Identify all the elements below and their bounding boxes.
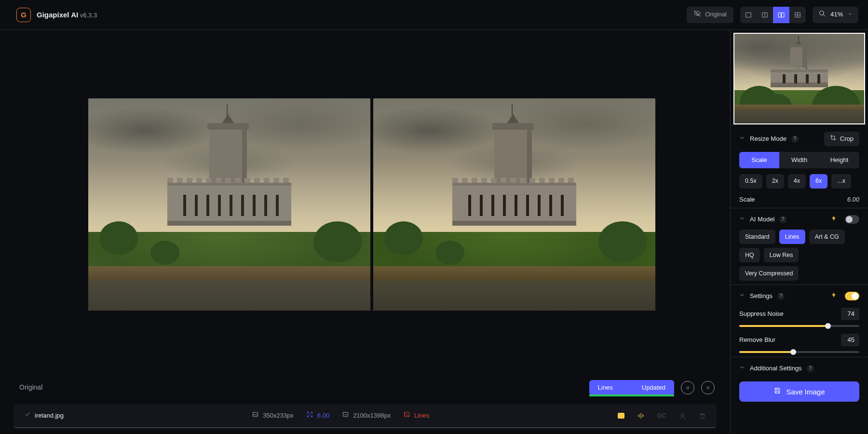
ai-auto-toggle[interactable] bbox=[845, 215, 859, 224]
chevron-down-icon[interactable] bbox=[739, 364, 745, 373]
model-artcg-button[interactable]: Art & CG bbox=[809, 230, 845, 244]
help-icon[interactable]: ? bbox=[807, 365, 814, 372]
section-resize-title: Resize Mode bbox=[750, 135, 787, 143]
mode-width-button[interactable]: Width bbox=[779, 152, 819, 168]
svg-point-9 bbox=[708, 387, 709, 387]
scale-readout: 6.00 bbox=[847, 195, 859, 204]
label-original: Original bbox=[19, 383, 42, 393]
scale-0-5x-button[interactable]: 0.5x bbox=[739, 174, 762, 189]
sidebar: Resize Mode ? Crop Scale Width Height 0.… bbox=[730, 30, 868, 434]
save-icon bbox=[773, 387, 781, 397]
view-side-by-side-button[interactable] bbox=[773, 7, 789, 23]
help-icon[interactable]: ? bbox=[779, 216, 787, 223]
app-logo: G bbox=[16, 8, 31, 22]
app-version: v6.3.3 bbox=[80, 12, 97, 19]
color-swatch-icon bbox=[618, 413, 624, 419]
slider-knob[interactable] bbox=[790, 349, 796, 355]
svg-point-13 bbox=[681, 413, 684, 416]
face-recovery-button[interactable] bbox=[679, 412, 686, 420]
settings-auto-toggle[interactable] bbox=[845, 292, 859, 300]
svg-rect-0 bbox=[746, 13, 751, 17]
preview-compare bbox=[88, 98, 655, 311]
svg-rect-10 bbox=[253, 412, 258, 417]
scale-factor-chips: 0.5x 2x 4x 6x ...x bbox=[739, 174, 859, 189]
section-ai-title: AI Model bbox=[750, 215, 774, 224]
chevron-down-icon[interactable] bbox=[739, 215, 745, 224]
section-resize: Resize Mode ? Crop Scale Width Height 0.… bbox=[731, 124, 868, 208]
svg-point-8 bbox=[707, 387, 707, 387]
scale-custom-button[interactable]: ...x bbox=[831, 174, 851, 189]
mode-scale-button[interactable]: Scale bbox=[739, 152, 779, 168]
brand: G Gigapixel AI v6.3.3 bbox=[16, 8, 97, 22]
main-area: Original Lines Updated ireland.jpg 350x2… bbox=[0, 30, 730, 434]
image-out-icon bbox=[342, 411, 349, 420]
gc-indicator: GC bbox=[657, 411, 667, 420]
model-lowres-button[interactable]: Low Res bbox=[764, 248, 799, 262]
eye-off-icon bbox=[693, 10, 701, 20]
svg-rect-2 bbox=[778, 13, 781, 17]
preview-area[interactable] bbox=[0, 30, 730, 373]
topbar: G Gigapixel AI v6.3.3 Original 41% bbox=[0, 0, 868, 30]
section-settings: Settings ? Suppress Noise 74 bbox=[731, 285, 868, 357]
section-additional: Additional Settings ? bbox=[731, 357, 868, 375]
scale-2x-button[interactable]: 2x bbox=[766, 174, 784, 189]
compare-toggle-button[interactable] bbox=[637, 412, 645, 420]
slider-remove-blur: Remove Blur 45 bbox=[739, 334, 859, 353]
gc-label: GC bbox=[657, 411, 667, 420]
svg-point-5 bbox=[819, 11, 824, 15]
view-grid-button[interactable] bbox=[789, 7, 806, 23]
toggle-original-button[interactable]: Original bbox=[687, 7, 733, 23]
app-root: G Gigapixel AI v6.3.3 Original 41% bbox=[0, 0, 868, 434]
help-icon[interactable]: ? bbox=[777, 293, 785, 300]
noise-label: Suppress Noise bbox=[739, 310, 784, 318]
navigator-thumbnail[interactable] bbox=[733, 33, 865, 124]
preview-updated[interactable] bbox=[373, 98, 655, 311]
crop-button[interactable]: Crop bbox=[824, 132, 859, 146]
help-icon[interactable]: ? bbox=[791, 136, 799, 143]
model-lines-button[interactable]: Lines bbox=[779, 230, 805, 244]
scale-4x-button[interactable]: 4x bbox=[788, 174, 806, 189]
blur-value[interactable]: 45 bbox=[841, 334, 859, 346]
file-footer: ireland.jpg 350x233px 6.00 2100x1398px bbox=[14, 404, 717, 428]
noise-value[interactable]: 74 bbox=[841, 308, 859, 320]
model-vcompressed-button[interactable]: Very Compressed bbox=[739, 266, 799, 281]
result-model-chip[interactable]: Lines Updated bbox=[589, 380, 674, 395]
zoom-control[interactable]: 41% bbox=[813, 7, 858, 23]
rate-good-button[interactable] bbox=[681, 381, 694, 394]
crop-label: Crop bbox=[840, 135, 854, 143]
svg-rect-3 bbox=[782, 13, 784, 17]
bolt-icon bbox=[831, 215, 837, 224]
view-single-button[interactable] bbox=[740, 7, 757, 23]
color-space-button[interactable] bbox=[618, 413, 624, 419]
mode-height-button[interactable]: Height bbox=[819, 152, 859, 168]
result-updated-label: Updated bbox=[642, 383, 665, 392]
scale-6x-button[interactable]: 6x bbox=[810, 174, 827, 189]
file-name: ireland.jpg bbox=[35, 411, 64, 420]
model-icon bbox=[403, 411, 410, 420]
preview-original[interactable] bbox=[88, 98, 370, 311]
result-model-name: Lines bbox=[598, 383, 613, 392]
model-standard-button[interactable]: Standard bbox=[739, 230, 775, 244]
slider-knob[interactable] bbox=[825, 323, 831, 329]
view-split-button[interactable] bbox=[757, 7, 773, 23]
chevron-down-icon[interactable] bbox=[739, 292, 745, 300]
noise-slider[interactable] bbox=[739, 325, 859, 327]
model-name: Lines bbox=[414, 411, 429, 420]
arrows-out-icon bbox=[306, 411, 313, 420]
rate-bad-button[interactable] bbox=[701, 381, 715, 394]
file-selected[interactable]: ireland.jpg bbox=[24, 411, 64, 420]
scale-indicator: 6.00 bbox=[306, 411, 329, 420]
chevron-down-icon[interactable] bbox=[739, 135, 745, 143]
toggle-original-label: Original bbox=[705, 10, 727, 19]
delete-button[interactable] bbox=[699, 412, 706, 420]
blur-slider[interactable] bbox=[739, 351, 859, 353]
section-ai-model: AI Model ? Standard Lines Art & CG HQ Lo… bbox=[731, 208, 868, 285]
save-image-button[interactable]: Save Image bbox=[739, 381, 859, 402]
section-settings-title: Settings bbox=[750, 292, 773, 300]
svg-point-7 bbox=[688, 387, 689, 387]
src-dimensions: 350x233px bbox=[252, 411, 294, 420]
magnifier-icon bbox=[818, 10, 826, 19]
out-dim-value: 2100x1398px bbox=[353, 411, 391, 420]
model-hq-button[interactable]: HQ bbox=[739, 248, 760, 262]
blur-label: Remove Blur bbox=[739, 336, 775, 344]
